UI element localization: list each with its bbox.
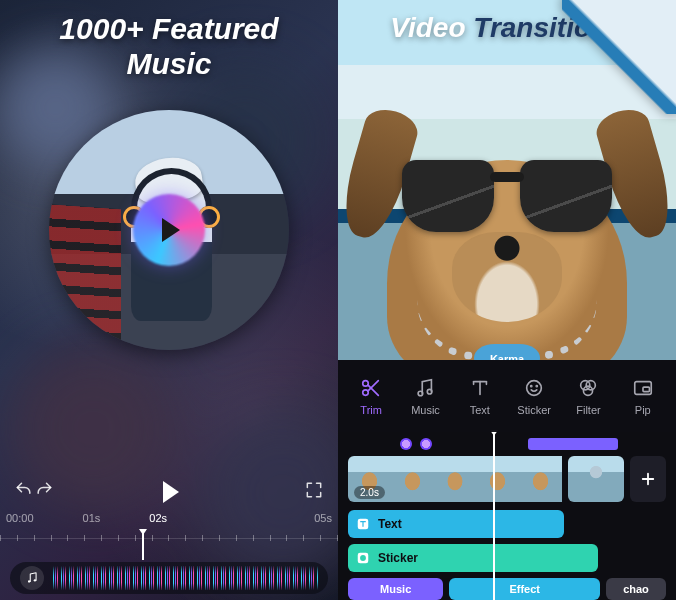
svg-point-6 (527, 380, 542, 395)
tool-filter[interactable]: Filter (561, 377, 615, 416)
effect-track-label: Effect (509, 583, 540, 595)
player-controls (14, 480, 324, 504)
play-icon (163, 481, 179, 503)
pip-icon (632, 377, 654, 399)
tool-label: Music (411, 404, 440, 416)
text-badge-icon (356, 517, 370, 531)
undo-icon (14, 480, 34, 500)
scissors-icon (360, 377, 382, 399)
clip-frame (391, 456, 434, 502)
music-feature-panel: 1000+ Featured Music (0, 0, 338, 600)
preview-subject-dog: Karma (357, 76, 657, 356)
tool-text[interactable]: Text (453, 377, 507, 416)
extra-track-label: chao (623, 583, 649, 595)
time-label: 05s (314, 512, 332, 524)
mini-region[interactable] (528, 438, 618, 450)
mini-thumb[interactable] (420, 438, 432, 450)
redo-icon (34, 480, 54, 500)
sticker-icon (523, 377, 545, 399)
svg-point-1 (34, 579, 36, 581)
clip-frame (568, 456, 624, 502)
redo-button[interactable] (34, 480, 54, 504)
mini-thumb[interactable] (400, 438, 412, 450)
play-overlay-button[interactable] (137, 198, 201, 262)
audio-waveform (52, 566, 318, 590)
music-track-label: Music (380, 583, 411, 595)
svg-point-7 (531, 385, 532, 386)
tool-music[interactable]: Music (398, 377, 452, 416)
clip-frame (519, 456, 562, 502)
fullscreen-button[interactable] (304, 480, 324, 504)
transitions-feature-panel: Video Transitions Karma Trim Music (338, 0, 676, 600)
clip-duration: 2.0s (354, 486, 385, 499)
tool-label: Sticker (517, 404, 551, 416)
plus-icon (639, 470, 657, 488)
music-note-icon (25, 571, 39, 585)
svg-point-0 (28, 580, 30, 582)
svg-point-8 (536, 385, 537, 386)
music-track-pill[interactable]: Music (348, 578, 443, 600)
tool-label: Filter (576, 404, 600, 416)
tool-label: Text (470, 404, 490, 416)
text-overlay-track[interactable]: Text (348, 510, 564, 538)
time-label: 00:00 (6, 512, 34, 524)
text-icon (469, 377, 491, 399)
svg-point-4 (419, 391, 424, 396)
tool-label: Pip (635, 404, 651, 416)
dog-tag: Karma (474, 344, 540, 360)
mini-playhead[interactable] (493, 434, 495, 600)
clip-frame (434, 456, 477, 502)
featured-music-thumbnail[interactable] (49, 110, 289, 350)
tool-trim[interactable]: Trim (344, 377, 398, 416)
play-icon (162, 218, 180, 242)
video-clip-main[interactable]: 2.0s (348, 456, 562, 502)
sticker-badge-icon (356, 551, 370, 565)
page-curl-effect (562, 0, 676, 114)
sticker-overlay-label: Sticker (378, 551, 418, 565)
music-icon (414, 377, 436, 399)
time-label: 02s (149, 512, 167, 524)
svg-point-11 (584, 386, 593, 395)
timeline-playhead[interactable] (142, 532, 144, 560)
edit-toolbar: Trim Music Text Sticker Filter Pip (338, 360, 676, 432)
left-headline: 1000+ Featured Music (0, 12, 338, 81)
time-label: 01s (83, 512, 101, 524)
music-timeline[interactable]: 00:00 01s 02s 05s (0, 512, 338, 552)
video-clip-secondary[interactable] (568, 456, 624, 502)
main-play-button[interactable] (159, 481, 179, 503)
audio-track-icon-wrap (20, 566, 44, 590)
add-clip-button[interactable] (630, 456, 666, 502)
headline-line1: 1000+ Featured (0, 12, 338, 47)
audio-track[interactable] (10, 562, 328, 594)
sticker-overlay-track[interactable]: Sticker (348, 544, 598, 572)
svg-point-10 (587, 380, 596, 389)
undo-button[interactable] (14, 480, 34, 504)
headline-word1: Video (390, 12, 465, 43)
fullscreen-icon (304, 480, 324, 500)
bottom-tracks: Music Effect chao (348, 578, 666, 600)
effect-track-pill[interactable]: Effect (449, 578, 600, 600)
timeline-ticks (0, 535, 338, 541)
clip-frame (476, 456, 519, 502)
tool-pip[interactable]: Pip (616, 377, 670, 416)
tool-label: Trim (360, 404, 382, 416)
headline-line2: Music (0, 47, 338, 82)
mini-timeline[interactable] (348, 436, 666, 450)
time-labels: 00:00 01s 02s 05s (6, 512, 332, 524)
tool-sticker[interactable]: Sticker (507, 377, 561, 416)
svg-rect-13 (643, 387, 649, 392)
svg-point-5 (428, 389, 433, 394)
sunglasses-icon (402, 160, 612, 236)
text-overlay-label: Text (378, 517, 402, 531)
svg-point-16 (360, 555, 366, 561)
filter-icon (577, 377, 599, 399)
extra-track-pill[interactable]: chao (606, 578, 666, 600)
timeline-tracks: 2.0s Text Sticker Music Effect (338, 432, 676, 600)
